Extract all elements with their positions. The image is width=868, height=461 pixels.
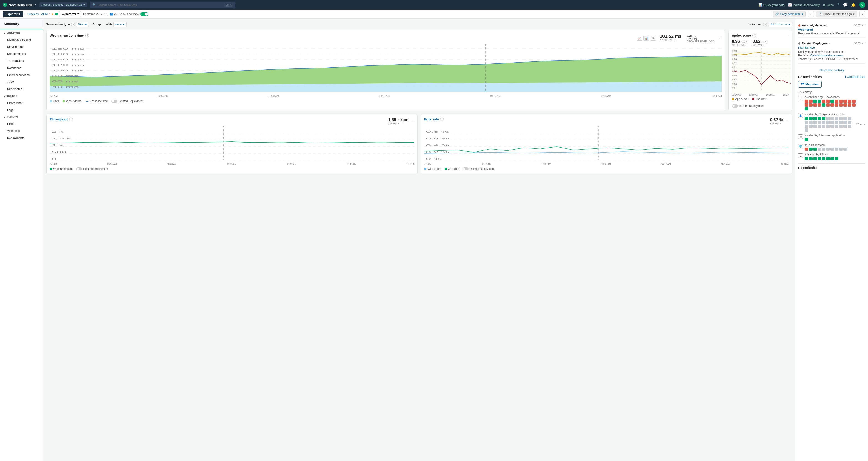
sidebar-summary[interactable]: Summary (0, 19, 43, 29)
sidebar-item-kubernetes[interactable]: Kubernetes (0, 86, 43, 93)
sidebar-item-transactions[interactable]: Transactions (0, 57, 43, 64)
sidebar-item-databases[interactable]: Databases (0, 64, 43, 71)
show-new-view-label: Show new view (119, 12, 139, 16)
webportal-selector[interactable]: WebPortal ▾ (59, 11, 82, 17)
nav-forward-button[interactable]: › (859, 11, 865, 17)
throughput-deployment-toggle[interactable] (76, 167, 82, 171)
chart-more-button[interactable]: ··· (719, 36, 722, 40)
chat-icon[interactable]: 💬 (843, 3, 847, 7)
apdex-related-deployment-toggle[interactable] (732, 104, 738, 107)
sidebar-monitor-header[interactable]: ▾ Monitor (0, 29, 43, 36)
anomaly-app-name[interactable]: WebPortal (798, 28, 865, 31)
search-shortcut: Ctrl K (224, 3, 233, 7)
svg-text:0.6 %: 0.6 % (426, 137, 449, 140)
line-chart-button[interactable]: 📈 (637, 36, 643, 41)
breadcrumb-services[interactable]: Services - APM (27, 12, 48, 16)
sidebar-item-distributed-tracing[interactable]: Distributed tracing (0, 36, 43, 43)
plan-service-link[interactable]: Plan Service (798, 46, 815, 49)
sidebar-item-service-map[interactable]: Service map (0, 43, 43, 50)
top-charts-row: Web transactions time i 📈 📊 % (46, 30, 792, 111)
apdex-chart-area: 0.98 0.96 0.94 0.92 0.9 0.88 0.86 0.84 0… (732, 48, 789, 96)
web-transactions-info-icon[interactable]: i (86, 34, 89, 37)
percent-chart-button[interactable]: % (650, 36, 656, 41)
throughput-more-button[interactable]: ··· (411, 119, 414, 123)
error-rate-svg: 0.8 % 0.6 % 0.4 % 0.2 % 0 % (424, 126, 789, 162)
workload-dot (813, 99, 817, 103)
bell-icon[interactable]: 🔔 (851, 3, 856, 7)
anomaly-card: Anomaly detected 10:07 am WebPortal Resp… (798, 21, 865, 37)
java-legend-label: Java (53, 99, 59, 103)
search-input[interactable] (98, 3, 223, 7)
web-errors-dot (424, 168, 427, 170)
monitor-label: Monitor (7, 32, 20, 35)
time-range-selector[interactable]: 🕐 Since 30 minutes ago ▾ (816, 11, 857, 17)
related-deployment-dot (798, 42, 801, 44)
error-rate-deployment-toggle[interactable] (463, 167, 469, 171)
help-icon[interactable]: ? (837, 3, 839, 7)
sidebar-item-jvms[interactable]: JVMs (0, 79, 43, 86)
apdex-browser-bracket: [1.7] (762, 40, 767, 43)
info-icon: ℹ (845, 75, 846, 79)
revision-link[interactable]: Optimizing database query (810, 54, 843, 57)
throughput-related-deployment-legend: Related Deployment (76, 167, 108, 171)
apps-button[interactable]: ⊞ Apps (823, 3, 834, 7)
bar-chart-button[interactable]: 📊 (643, 36, 649, 41)
anomaly-description: Response time ms was much different than… (798, 32, 865, 35)
show-more-activity-link[interactable]: Show more activity (798, 66, 865, 72)
sidebar-item-external-services[interactable]: External services (0, 71, 43, 79)
tags-badge[interactable]: 🏷 31 (101, 12, 108, 16)
sidebar-triage-section: ▾ Triage Errors Inbox Logs (0, 93, 43, 114)
map-view-button[interactable]: 🗺 Map view (798, 81, 822, 88)
account-label: Account: 1606862 - Demotron V2 (41, 3, 82, 6)
query-data-button[interactable]: 📊 Query your data (758, 3, 784, 7)
instances-select[interactable]: All Instances ▾ (769, 22, 792, 27)
repositories-section: Repositories (798, 163, 865, 170)
chart-type-controls: 📈 📊 % (637, 36, 656, 41)
entity-workloads-label: is contained by 25 workloads (805, 95, 865, 99)
instant-observability-button[interactable]: 📈 Instant Observability (788, 3, 820, 7)
sidebar-item-violations[interactable]: Violations (0, 127, 43, 134)
instances-help-icon[interactable]: ? (763, 23, 767, 26)
apdex-info-icon[interactable]: i (752, 34, 756, 37)
sidebar-item-dependencies[interactable]: Dependencies (0, 50, 43, 57)
throughput-chart: Throughput i 1.85 k rpm AVERAGE ··· (46, 114, 417, 174)
svg-text:0.94: 0.94 (732, 58, 737, 60)
web-transactions-header: Web transactions time i 📈 📊 % (50, 34, 722, 43)
apdex-more-button[interactable]: ··· (786, 34, 789, 38)
related-deployment-toggle[interactable] (112, 99, 117, 103)
error-rate-title: Error rate (424, 118, 439, 121)
sidebar-item-errors-inbox[interactable]: Errors Inbox (0, 99, 43, 106)
sidebar-triage-header[interactable]: ▾ Triage (0, 93, 43, 99)
workload-dot (817, 103, 821, 106)
svg-text:180 ms: 180 ms (52, 47, 84, 50)
account-selector[interactable]: Account: 1606862 - Demotron V2 ▾ (39, 2, 87, 7)
sidebar-item-logs[interactable]: Logs (0, 106, 43, 114)
nav-back-button[interactable]: ‹ (808, 11, 814, 17)
error-rate-more-button[interactable]: ··· (786, 119, 789, 123)
transaction-type-help-icon[interactable]: ? (71, 23, 75, 26)
global-search[interactable]: 🔍 Ctrl K (90, 2, 235, 8)
compare-with-select[interactable]: none ▾ (114, 22, 127, 27)
throughput-info-icon[interactable]: i (69, 118, 73, 121)
sidebar-item-deployments[interactable]: Deployments (0, 134, 43, 142)
new-view-toggle-switch[interactable] (141, 12, 148, 16)
related-deployment-card: Related Deployment 10:05 am Plan Service… (798, 39, 865, 64)
about-data-link[interactable]: ℹ About this data (845, 75, 865, 79)
team-badge[interactable]: 👥 25 (110, 12, 117, 16)
explorer-button[interactable]: Explorer ▾ (3, 11, 23, 17)
sidebar-monitor-section: ▾ Monitor Distributed tracing Service ma… (0, 29, 43, 93)
about-data-label: About this data (847, 75, 865, 79)
sidebar-item-errors[interactable]: Errors (0, 120, 43, 127)
transaction-type-select[interactable]: Web ▾ (76, 22, 89, 27)
synthetic-more-text: 27 more (856, 123, 865, 126)
throughput-value: 1.85 k rpm (388, 118, 408, 122)
favorite-star-icon[interactable]: ★ (51, 12, 54, 16)
copy-permalink-button[interactable]: 🔗 Copy permalink ▾ (773, 11, 806, 17)
user-avatar[interactable]: U (859, 2, 865, 8)
svg-text:120 ms: 120 ms (52, 64, 84, 66)
sidebar-events-header[interactable]: ▾ Events (0, 114, 43, 120)
throughput-label: AVERAGE (388, 122, 408, 125)
error-rate-info-icon[interactable]: i (440, 118, 444, 121)
workload-dot (839, 103, 843, 106)
compare-with-control: Compare with none ▾ (93, 22, 127, 27)
